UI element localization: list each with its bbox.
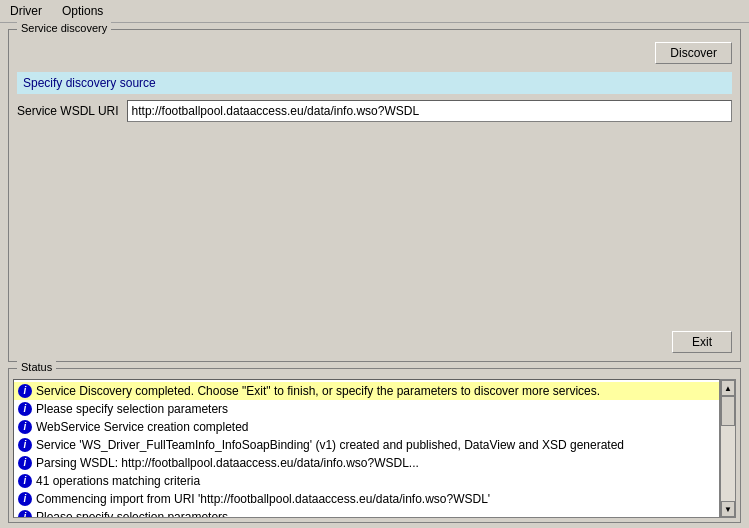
status-item: iService 'WS_Driver_FullTeamInfo_InfoSoa…	[14, 436, 719, 454]
info-icon: i	[18, 510, 32, 518]
status-item-text: WebService Service creation completed	[36, 419, 715, 435]
scroll-thumb[interactable]	[721, 396, 735, 426]
menu-driver[interactable]: Driver	[4, 2, 48, 20]
discover-button[interactable]: Discover	[655, 42, 732, 64]
status-item: iPlease specify selection parameters	[14, 400, 719, 418]
scroll-track	[721, 396, 735, 501]
status-item-text: Please specify selection parameters	[36, 401, 715, 417]
status-list-inner: iService Discovery completed. Choose "Ex…	[14, 380, 719, 518]
info-icon: i	[18, 474, 32, 488]
status-item-text: Service Discovery completed. Choose "Exi…	[36, 383, 715, 399]
status-item: iWebService Service creation completed	[14, 418, 719, 436]
menu-bar: Driver Options	[0, 0, 749, 23]
main-content: Service discovery Discover Specify disco…	[0, 23, 749, 528]
exit-button[interactable]: Exit	[672, 331, 732, 353]
status-group: Status iService Discovery completed. Cho…	[8, 368, 741, 523]
menu-options[interactable]: Options	[56, 2, 109, 20]
wsdl-label: Service WSDL URI	[17, 104, 119, 118]
scroll-down-button[interactable]: ▼	[721, 501, 735, 517]
status-item: iPlease specify selection parameters	[14, 508, 719, 518]
status-item-text: Please specify selection parameters	[36, 509, 715, 518]
wsdl-input[interactable]	[127, 100, 732, 122]
info-icon: i	[18, 438, 32, 452]
specify-discovery-text: Specify discovery source	[23, 76, 156, 90]
info-icon: i	[18, 420, 32, 434]
status-item: i41 operations matching criteria	[14, 472, 719, 490]
info-icon: i	[18, 384, 32, 398]
status-item: iService Discovery completed. Choose "Ex…	[14, 382, 719, 400]
info-icon: i	[18, 492, 32, 506]
status-item: iParsing WSDL: http://footballpool.dataa…	[14, 454, 719, 472]
scrollbar-vertical: ▲ ▼	[720, 379, 736, 518]
status-item-text: Service 'WS_Driver_FullTeamInfo_InfoSoap…	[36, 437, 715, 453]
status-item-text: Parsing WSDL: http://footballpool.dataac…	[36, 455, 715, 471]
service-discovery-label: Service discovery	[17, 22, 111, 34]
status-group-label: Status	[17, 361, 56, 373]
wsdl-row: Service WSDL URI	[17, 100, 732, 122]
service-discovery-group: Service discovery Discover Specify disco…	[8, 29, 741, 362]
status-item-text: 41 operations matching criteria	[36, 473, 715, 489]
scroll-up-button[interactable]: ▲	[721, 380, 735, 396]
status-item-text: Commencing import from URI 'http://footb…	[36, 491, 715, 507]
status-list: iService Discovery completed. Choose "Ex…	[13, 379, 720, 518]
specify-discovery-row: Specify discovery source	[17, 72, 732, 94]
info-icon: i	[18, 456, 32, 470]
info-icon: i	[18, 402, 32, 416]
status-item: iCommencing import from URI 'http://foot…	[14, 490, 719, 508]
